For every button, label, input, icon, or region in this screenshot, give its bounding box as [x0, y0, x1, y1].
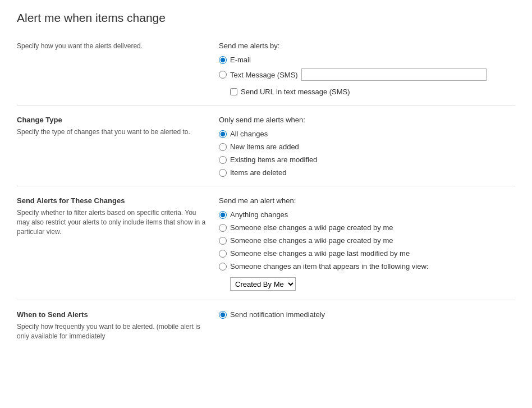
send-alerts-label-col: Send Alerts for These Changes Specify wh… — [17, 195, 208, 291]
delivery-content-col: Send me alerts by: E-mail Text Message (… — [219, 40, 515, 96]
when-to-send-content-col: Send notification immediately — [219, 309, 515, 341]
email-radio[interactable] — [219, 56, 227, 64]
send-alerts-radio-group: Anything changes Someone else changes a … — [219, 210, 515, 291]
change-deleted-radio[interactable] — [219, 169, 227, 177]
divider-3 — [17, 300, 515, 300]
send-alerts-view: Someone changes an item that appears in … — [219, 262, 515, 271]
sms-radio[interactable] — [219, 71, 227, 79]
email-label[interactable]: E-mail — [230, 56, 251, 64]
send-alerts-row: Send Alerts for These Changes Specify wh… — [17, 190, 515, 296]
sa-wiki2-radio[interactable] — [219, 237, 227, 245]
send-alerts-section-label: Send me an alert when: — [219, 196, 515, 205]
send-url-checkbox[interactable] — [230, 88, 237, 95]
change-deleted-label[interactable]: Items are deleted — [230, 168, 286, 177]
change-type-label-col: Change Type Specify the type of changes … — [17, 114, 208, 177]
send-alerts-by-label: Send me alerts by: — [219, 42, 515, 50]
sa-wiki3-radio[interactable] — [219, 250, 227, 258]
send-alerts-content-col: Send me an alert when: Anything changes … — [219, 195, 515, 291]
change-modified-label[interactable]: Existing items are modified — [230, 155, 317, 164]
sa-view-label[interactable]: Someone changes an item that appears in … — [230, 262, 428, 271]
send-immediately-label[interactable]: Send notification immediately — [230, 310, 325, 319]
send-immediately-radio[interactable] — [219, 311, 227, 319]
sa-wiki1-radio[interactable] — [219, 224, 227, 232]
send-alerts-heading: Send Alerts for These Changes — [17, 196, 208, 205]
sa-anything-label[interactable]: Anything changes — [230, 210, 288, 219]
send-url-checkbox-item: Send URL in text message (SMS) — [230, 88, 515, 96]
divider-1 — [17, 105, 515, 106]
delivery-description: Specify how you want the alerts delivere… — [17, 42, 208, 51]
view-dropdown-container: Created By Me Option 2 Option 3 — [230, 277, 515, 291]
when-to-send-description: Specify how frequently you want to be al… — [17, 322, 208, 341]
change-new-label[interactable]: New items are added — [230, 143, 299, 151]
change-type-section-label: Only send me alerts when: — [219, 116, 515, 124]
change-type-description: Specify the type of changes that you wan… — [17, 127, 208, 137]
sa-wiki1-label[interactable]: Someone else changes a wiki page created… — [230, 223, 393, 232]
sa-view-radio[interactable] — [219, 263, 227, 271]
change-all-radio[interactable] — [219, 130, 227, 138]
change-type-new: New items are added — [219, 143, 515, 151]
send-immediately: Send notification immediately — [219, 310, 515, 319]
page-title: Alert me when items change — [17, 11, 515, 25]
change-type-heading: Change Type — [17, 116, 208, 124]
when-to-send-radio-group: Send notification immediately — [219, 310, 515, 319]
change-type-content-col: Only send me alerts when: All changes Ne… — [219, 114, 515, 177]
send-alerts-wiki-created1: Someone else changes a wiki page created… — [219, 223, 515, 232]
send-alerts-description: Specify whether to filter alerts based o… — [17, 208, 208, 236]
change-all-label[interactable]: All changes — [230, 130, 268, 138]
send-url-label[interactable]: Send URL in text message (SMS) — [241, 88, 350, 96]
change-type-all: All changes — [219, 130, 515, 138]
change-modified-radio[interactable] — [219, 156, 227, 164]
email-radio-item: E-mail — [219, 56, 515, 64]
sa-wiki2-label[interactable]: Someone else changes a wiki page created… — [230, 236, 393, 245]
send-alerts-anything: Anything changes — [219, 210, 515, 219]
form-layout: Specify how you want the alerts delivere… — [17, 35, 515, 347]
sa-wiki3-label[interactable]: Someone else changes a wiki page last mo… — [230, 249, 410, 258]
delivery-row: Specify how you want the alerts delivere… — [17, 35, 515, 102]
send-alerts-wiki-modified: Someone else changes a wiki page last mo… — [219, 249, 515, 258]
change-type-deleted: Items are deleted — [219, 168, 515, 177]
sms-label[interactable]: Text Message (SMS) — [230, 71, 298, 79]
change-new-radio[interactable] — [219, 143, 227, 151]
change-type-radio-group: All changes New items are added Existing… — [219, 130, 515, 177]
when-to-send-label-col: When to Send Alerts Specify how frequent… — [17, 309, 208, 341]
view-dropdown[interactable]: Created By Me Option 2 Option 3 — [230, 277, 296, 291]
sa-anything-radio[interactable] — [219, 211, 227, 219]
delivery-label-col: Specify how you want the alerts delivere… — [17, 40, 208, 96]
send-alerts-wiki-created2: Someone else changes a wiki page created… — [219, 236, 515, 245]
sms-radio-item: Text Message (SMS) — [219, 68, 515, 81]
delivery-radio-group: E-mail Text Message (SMS) Send URL in te… — [219, 56, 515, 96]
when-to-send-heading: When to Send Alerts — [17, 310, 208, 319]
sms-input[interactable] — [301, 68, 487, 81]
change-type-row: Change Type Specify the type of changes … — [17, 109, 515, 182]
divider-2 — [17, 186, 515, 186]
when-to-send-row: When to Send Alerts Specify how frequent… — [17, 304, 515, 347]
change-type-modified: Existing items are modified — [219, 155, 515, 164]
